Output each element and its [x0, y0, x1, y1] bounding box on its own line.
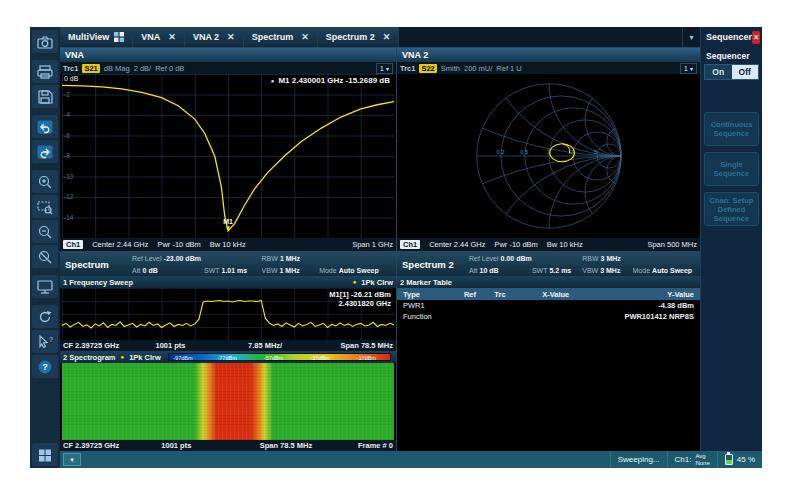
vna-chart[interactable]: 0 dB -2 -4 -6 -8 -10 -12 -14 ●M1 2.43000…: [62, 74, 394, 238]
vna-window-title[interactable]: VNA: [60, 48, 396, 62]
avg-label: Avg: [695, 453, 705, 459]
channel-tab-bar: MultiView VNA ✕ VNA 2 ✕ Spectrum ✕ Spect…: [60, 27, 700, 48]
windows-grid: VNA Trc1 S21 dB Mag 2 dB/ Ref 0 dB 1▾ 0 …: [60, 48, 700, 451]
save-button[interactable]: [32, 85, 58, 108]
sequencer-on-off-toggle: On Off: [704, 64, 759, 80]
tab-close-icon[interactable]: ✕: [301, 32, 309, 42]
table-row[interactable]: PWR1 -4.38 dBm: [397, 300, 700, 311]
tab-close-icon[interactable]: ✕: [227, 32, 235, 42]
marker-triangle-icon: ▼: [225, 225, 231, 231]
col-y-value: Y-Value: [596, 290, 700, 299]
top-region: MultiView VNA ✕ VNA 2 ✕ Spectrum ✕ Spect…: [60, 27, 762, 451]
tab-vna[interactable]: VNA ✕: [133, 27, 185, 47]
tab-close-icon[interactable]: ✕: [168, 32, 176, 42]
print-icon: [36, 64, 54, 80]
cell-type: PWR1: [397, 301, 455, 310]
channel-label: Ch1:: [675, 455, 692, 464]
trace-ref: Ref 1 U: [496, 64, 521, 73]
zoom-in-button[interactable]: [32, 170, 58, 193]
points-value: 1001 pts: [156, 341, 249, 350]
undo-button[interactable]: [32, 115, 58, 138]
pointer-help-icon: ?: [36, 334, 54, 350]
att-value: 10 dB: [480, 267, 499, 274]
display-icon: [36, 279, 54, 295]
swt-value: 1.01 ms: [222, 267, 248, 274]
window-selector[interactable]: 1▾: [376, 63, 393, 74]
trace-dot-icon: ●: [353, 279, 357, 285]
tab-spectrum-2[interactable]: Spectrum 2 ✕: [318, 27, 400, 47]
svg-text:5: 5: [594, 149, 597, 155]
power: Pwr -10 dBm: [494, 240, 537, 249]
softkey-continuous-sequence[interactable]: Continuous Sequence: [704, 112, 759, 146]
tab-multiview[interactable]: MultiView: [60, 27, 133, 47]
status-dropdown-button[interactable]: ▾: [63, 453, 81, 466]
vna-footer-bar: Ch1 Center 2.44 GHz Pwr -10 dBm Bw 10 kH…: [60, 238, 396, 251]
spectrum2-window-title[interactable]: Spectrum 2: [397, 252, 469, 276]
tab-dropdown-button[interactable]: ▾: [682, 27, 700, 47]
context-help-button[interactable]: ?: [32, 330, 58, 353]
sequencer-on-button[interactable]: On: [705, 65, 732, 79]
main-column: MultiView VNA ✕ VNA 2 ✕ Spectrum ✕ Spect…: [60, 27, 762, 468]
chevron-down-icon: ▾: [70, 456, 74, 464]
col-ref: Ref: [455, 290, 485, 299]
close-menu-button[interactable]: ✕: [752, 31, 760, 44]
sequencer-panel-header: Sequencer ✕: [701, 27, 762, 45]
marker-frequency: 2.4301820 GHz: [329, 299, 391, 308]
softkey-single-sequence[interactable]: Single Sequence: [704, 152, 759, 186]
display-button[interactable]: [32, 275, 58, 298]
marker-table-title-bar[interactable]: 2 Marker Table: [397, 276, 700, 288]
mode-label: Mode: [319, 267, 337, 274]
undo-icon: [36, 119, 54, 135]
zoom-off-button[interactable]: [32, 245, 58, 268]
zoom-out-button[interactable]: [32, 220, 58, 243]
tab-vna-2[interactable]: VNA 2 ✕: [185, 27, 244, 47]
chevron-down-icon: ▾: [689, 33, 693, 42]
help-button[interactable]: ?: [32, 355, 58, 378]
subwindow-title: 1 Frequency Sweep: [63, 278, 133, 287]
spectrum-window-title[interactable]: Spectrum: [60, 252, 132, 276]
spectrum2-header: Spectrum 2 Ref Level0.00 dBm RBW3 MHz At…: [397, 252, 700, 276]
table-row[interactable]: Function PWR101412 NRP8S: [397, 311, 700, 322]
tab-spectrum[interactable]: Spectrum ✕: [244, 27, 318, 47]
tab-label: VNA: [141, 32, 160, 42]
marker-table-header: Type Ref Trc X-Value Y-Value: [397, 288, 700, 300]
spectrogram-title-bar[interactable]: 2 Spectrogram ● 1Pk Clrw -97dBm -77dBm -…: [60, 351, 396, 363]
span: Span 1 GHz: [352, 240, 393, 249]
tab-label: VNA 2: [193, 32, 219, 42]
sequencer-off-button[interactable]: Off: [732, 65, 759, 79]
mode-label: Mode: [633, 267, 651, 274]
trace-ref: Ref 0 dB: [155, 64, 184, 73]
span-value: Span 78.5 MHz: [260, 441, 358, 450]
softkey-chan-setup-defined-sequence[interactable]: Chan. Setup Defined Sequence: [704, 192, 759, 226]
window-selector[interactable]: 1▾: [680, 63, 697, 74]
windows-start-button[interactable]: [32, 443, 58, 466]
print-button[interactable]: [32, 60, 58, 83]
col-trc: Trc: [485, 290, 515, 299]
marker-m1[interactable]: M1 ▼: [223, 219, 233, 231]
trace-mode: 1Pk Clrw: [361, 278, 393, 287]
screenshot-button[interactable]: [32, 30, 58, 53]
cf-value: CF 2.39725 GHz: [63, 441, 161, 450]
vna2-window-title[interactable]: VNA 2: [397, 48, 700, 62]
channel-badge[interactable]: Ch1: [400, 240, 420, 249]
sequencer-softkey-panel: Sequencer ✕ Sequencer On Off Continuous …: [700, 27, 762, 451]
zoom-select-button[interactable]: [32, 195, 58, 218]
tab-close-icon[interactable]: ✕: [383, 32, 391, 42]
refresh-button[interactable]: [32, 305, 58, 328]
trace-scale: 2 dB/: [134, 64, 152, 73]
sequencer-group-label: Sequencer: [701, 45, 762, 64]
camera-icon: [36, 34, 54, 50]
window-vna-2: VNA 2 Trc1 S22 Smith 200 mU/ Ref 1 U 1▾: [397, 48, 700, 251]
frequency-sweep-title-bar[interactable]: 1 Frequency Sweep ● 1Pk Clrw: [60, 276, 396, 288]
channel-badge[interactable]: Ch1: [63, 240, 83, 249]
vbw-label: VBW: [582, 267, 598, 274]
smith-chart[interactable]: 0.2 0.5 1 2 5: [399, 74, 698, 238]
window-vna: VNA Trc1 S21 dB Mag 2 dB/ Ref 0 dB 1▾ 0 …: [60, 48, 396, 251]
redo-button[interactable]: [32, 140, 58, 163]
battery-percentage: 45 %: [737, 455, 755, 464]
battery-status: 45 %: [717, 451, 762, 468]
swt-value: 5.2 ms: [549, 267, 571, 274]
points-value: 1001 pts: [161, 441, 259, 450]
frequency-sweep-chart[interactable]: M1[1] -26.21 dBm 2.4301820 GHz: [62, 288, 394, 340]
spectrogram-display[interactable]: [62, 363, 394, 440]
